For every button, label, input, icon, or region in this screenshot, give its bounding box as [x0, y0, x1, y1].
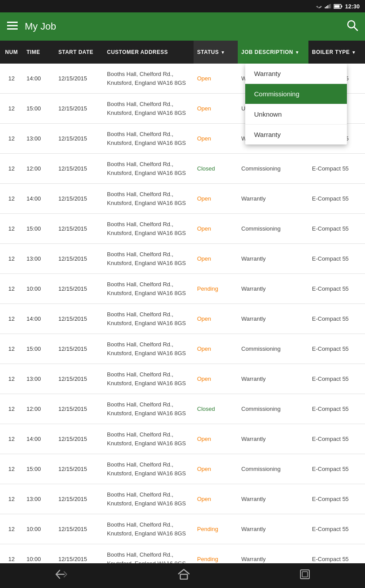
signal-icon: [325, 4, 331, 8]
search-icon[interactable]: [346, 19, 358, 34]
cell-date: 12/15/2015: [55, 312, 103, 326]
table-row[interactable]: 12 15:00 12/15/2015 Booths Hall, Chelfor…: [0, 334, 365, 364]
job-description-dropdown[interactable]: Warranty Commissioning Unknown Warranty: [245, 64, 347, 144]
cell-address: Booths Hall, Chelford Rd.,Knutsford, Eng…: [103, 186, 194, 211]
cell-time: 14:00: [23, 72, 55, 85]
wifi-icon: [316, 4, 322, 8]
dropdown-item-warranty-2[interactable]: Warranty: [245, 125, 347, 144]
cell-job: Warrantly: [238, 432, 308, 446]
table-row[interactable]: 12 12:00 12/15/2015 Booths Hall, Chelfor…: [0, 154, 365, 184]
table-row[interactable]: 12 12:00 12/15/2015 Booths Hall, Chelfor…: [0, 394, 365, 424]
table-row[interactable]: 12 10:00 12/15/2015 Booths Hall, Chelfor…: [0, 514, 365, 544]
cell-date: 12/15/2015: [55, 102, 103, 115]
cell-num: 12: [0, 192, 23, 205]
cell-boiler: E-Compact 55: [308, 372, 365, 386]
table-row[interactable]: 12 15:00 12/15/2015 Booths Hall, Chelfor…: [0, 454, 365, 484]
table-row[interactable]: 12 14:00 12/15/2015 Booths Hall, Chelfor…: [0, 304, 365, 334]
cell-address: Booths Hall, Chelford Rd.,Knutsford, Eng…: [103, 277, 194, 301]
cell-status: Open: [194, 132, 238, 145]
cell-status: Closed: [194, 162, 238, 175]
table-header: NUM TIME START DATE CUSTOMER ADDRESS STA…: [0, 41, 365, 64]
cell-status: Open: [194, 462, 238, 476]
dropdown-item-warranty-1[interactable]: Warranty: [245, 64, 347, 84]
hamburger-menu-icon[interactable]: [7, 21, 18, 32]
cell-time: 12:00: [23, 162, 55, 175]
home-icon[interactable]: [178, 569, 190, 582]
col-header-status[interactable]: STATUS ▼: [194, 41, 238, 64]
col-header-job-description[interactable]: JOB DESCRIPTION ▼: [238, 41, 308, 64]
svg-rect-13: [7, 28, 18, 30]
cell-time: 15:00: [23, 462, 55, 476]
cell-job: Commissioning: [238, 462, 308, 476]
table-row[interactable]: 12 10:00 12/15/2015 Booths Hall, Chelfor…: [0, 274, 365, 304]
table-row[interactable]: 12 13:00 12/15/2015 Booths Hall, Chelfor…: [0, 484, 365, 514]
cell-job: Commissioning: [238, 402, 308, 416]
table-row[interactable]: 12 13:00 12/15/2015 Booths Hall, Chelfor…: [0, 244, 365, 274]
dropdown-item-commissioning[interactable]: Commissioning: [245, 84, 347, 104]
cell-status: Open: [194, 222, 238, 235]
table-row[interactable]: 12 15:00 12/15/2015 Booths Hall, Chelfor…: [0, 214, 365, 244]
cell-status: Open: [194, 252, 238, 266]
cell-job: Warrantly: [238, 492, 308, 506]
cell-date: 12/15/2015: [55, 462, 103, 476]
cell-time: 13:00: [23, 252, 55, 266]
table-row[interactable]: 12 13:00 12/15/2015 Booths Hall, Chelfor…: [0, 364, 365, 394]
cell-num: 12: [0, 72, 23, 85]
svg-rect-10: [334, 5, 339, 8]
recents-icon[interactable]: [300, 569, 310, 582]
status-icons: 12:30: [316, 3, 360, 10]
cell-address: Booths Hall, Chelford Rd.,Knutsford, Eng…: [103, 397, 194, 421]
cell-date: 12/15/2015: [55, 252, 103, 266]
svg-rect-17: [180, 574, 187, 579]
cell-num: 12: [0, 312, 23, 326]
status-caret-icon: ▼: [221, 50, 225, 55]
cell-time: 15:00: [23, 222, 55, 235]
svg-rect-11: [7, 22, 18, 23]
svg-rect-18: [300, 570, 309, 579]
cell-status: Open: [194, 372, 238, 386]
svg-rect-5: [327, 5, 328, 8]
col-header-boiler-type[interactable]: BOILER TYPE ▼: [308, 41, 365, 64]
cell-address: Booths Hall, Chelford Rd.,Knutsford, Eng…: [103, 96, 194, 121]
cell-date: 12/15/2015: [55, 282, 103, 296]
cell-job: Commissioning: [238, 162, 308, 175]
cell-time: 12:00: [23, 402, 55, 416]
cell-job: Warrantly: [238, 522, 308, 536]
cell-date: 12/15/2015: [55, 492, 103, 506]
cell-time: 13:00: [23, 372, 55, 386]
app-bar-left: My Job: [7, 21, 56, 32]
cell-address: Booths Hall, Chelford Rd.,Knutsford, Eng…: [103, 216, 194, 241]
table-row[interactable]: 12 14:00 12/15/2015 Booths Hall, Chelfor…: [0, 184, 365, 214]
cell-boiler: E-Compact 55: [308, 222, 365, 235]
cell-time: 13:00: [23, 492, 55, 506]
cell-status: Pending: [194, 522, 238, 536]
cell-address: Booths Hall, Chelford Rd.,Knutsford, Eng…: [103, 367, 194, 391]
cell-address: Booths Hall, Chelford Rd.,Knutsford, Eng…: [103, 156, 194, 181]
svg-rect-4: [326, 6, 327, 8]
svg-marker-0: [316, 6, 322, 8]
svg-rect-12: [7, 25, 18, 27]
cell-date: 12/15/2015: [55, 222, 103, 235]
status-time: 12:30: [345, 3, 360, 10]
cell-address: Booths Hall, Chelford Rd.,Knutsford, Eng…: [103, 66, 194, 91]
cell-date: 12/15/2015: [55, 72, 103, 85]
back-icon[interactable]: [55, 569, 68, 582]
col-header-address: CUSTOMER ADDRESS: [103, 41, 194, 64]
cell-status: Open: [194, 312, 238, 326]
cell-date: 12/15/2015: [55, 162, 103, 175]
table-row[interactable]: 12 14:00 12/15/2015 Booths Hall, Chelfor…: [0, 424, 365, 454]
jobs-table: NUM TIME START DATE CUSTOMER ADDRESS STA…: [0, 41, 365, 574]
cell-date: 12/15/2015: [55, 372, 103, 386]
cell-num: 12: [0, 222, 23, 235]
cell-boiler: E-Compact 55: [308, 282, 365, 296]
cell-address: Booths Hall, Chelford Rd.,Knutsford, Eng…: [103, 427, 194, 451]
battery-icon: [334, 4, 342, 9]
cell-address: Booths Hall, Chelford Rd.,Knutsford, Eng…: [103, 126, 194, 151]
cell-num: 12: [0, 372, 23, 386]
cell-boiler: E-Compact 55: [308, 432, 365, 446]
cell-job: Warrantly: [238, 282, 308, 296]
cell-date: 12/15/2015: [55, 432, 103, 446]
cell-boiler: E-Compact 55: [308, 312, 365, 326]
svg-rect-9: [341, 5, 342, 7]
dropdown-item-unknown[interactable]: Unknown: [245, 104, 347, 125]
